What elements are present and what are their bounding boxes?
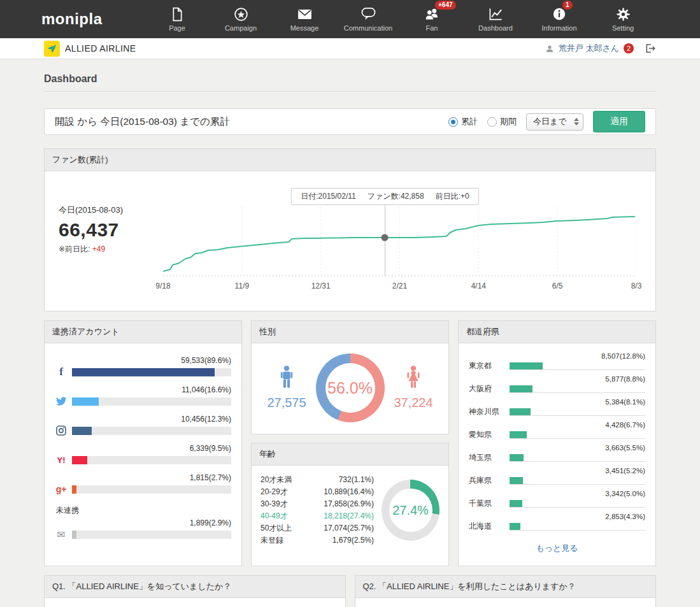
- account-row-instagram: 10,456(12.3%): [55, 415, 231, 436]
- radio-unselected-icon: [487, 117, 497, 127]
- main-nav: Page Campaign Message Communication: [145, 0, 655, 38]
- show-more-link[interactable]: もっと見る: [536, 543, 578, 553]
- nav-item-message[interactable]: Message: [273, 0, 336, 38]
- brand-logo[interactable]: monipla: [41, 10, 103, 28]
- fan-panel-title: ファン数(累計): [45, 149, 655, 171]
- linked-accounts-panel: 連携済アカウント 59,533(89.6%) f 11,046(16.6%): [44, 320, 242, 566]
- nav-item-information[interactable]: 1 Information: [527, 0, 591, 38]
- age-row: 20-29才10,889(16.4%): [261, 486, 374, 498]
- instagram-bar: [72, 427, 231, 435]
- prefecture-panel: 都道府県 8,507(12.8%) 東京都 5,877(8.8%) 大阪府 5,…: [458, 320, 656, 566]
- prefecture-row: 5,877(8.8%) 大阪府: [469, 375, 645, 394]
- information-count-badge: 1: [562, 1, 573, 10]
- gender-percent: 56.0%: [327, 379, 373, 397]
- prefecture-row: 8,507(12.8%) 東京都: [469, 352, 645, 371]
- yahoo-bar: [72, 456, 231, 464]
- nav-item-fan[interactable]: +647 Fan: [400, 0, 464, 38]
- nav-label: Setting: [612, 24, 634, 32]
- nav-label: Page: [169, 24, 185, 32]
- age-row: 未登録1,679(2.5%): [261, 534, 374, 546]
- prefecture-title: 都道府県: [459, 321, 655, 343]
- logout-button[interactable]: [645, 43, 656, 54]
- q2-title: Q2. 「ALLIED AIRLINE」を利用したことはありますか？: [355, 576, 656, 598]
- age-title: 年齢: [252, 443, 448, 466]
- fan-count-panel: ファン数(累計) 今日(2015-08-03) 66,437 ※前日比: +49…: [44, 148, 656, 311]
- fan-day-diff: ※前日比: +49: [59, 244, 163, 255]
- age-row-highlighted: 40-49才18,218(27.4%): [261, 510, 374, 522]
- age-donut: 27.4%: [382, 480, 439, 541]
- prefecture-row: 3,451(5.2%) 兵庫県: [469, 467, 645, 486]
- age-row: 20才未満732(1.1%): [261, 474, 374, 486]
- male-stat: 27,575: [264, 366, 309, 410]
- account-row-twitter: 11,046(16.6%): [55, 385, 231, 407]
- male-icon: [278, 380, 295, 391]
- radio-cumulative-label: 累計: [461, 116, 478, 127]
- female-icon: [404, 380, 423, 391]
- nav-item-campaign[interactable]: Campaign: [209, 0, 273, 38]
- filter-summary: 開設 から 今日(2015-08-03) までの累計: [55, 115, 230, 129]
- nav-item-setting[interactable]: Setting: [591, 0, 655, 38]
- googleplus-icon: g+: [55, 483, 68, 495]
- nav-label: Fan: [426, 24, 438, 32]
- user-name-link[interactable]: 荒井戸 太郎さん: [559, 43, 619, 54]
- yahoo-icon: Y!: [55, 454, 68, 466]
- setting-icon: [616, 6, 631, 22]
- account-row-facebook: 59,533(89.6%) f: [55, 356, 231, 378]
- page-icon: [171, 6, 183, 22]
- prefecture-row: 3,663(5.5%) 埼玉県: [469, 444, 645, 463]
- prefecture-row: 2,853(4.3%) 北海道: [469, 513, 645, 532]
- fan-chart-svg: [163, 204, 636, 278]
- nav-label: Information: [541, 24, 576, 32]
- male-count: 27,575: [264, 396, 309, 410]
- gender-title: 性別: [252, 321, 448, 343]
- date-range-select[interactable]: 今日まで: [526, 113, 583, 131]
- instagram-icon: [55, 425, 68, 436]
- nav-label: Message: [290, 24, 319, 32]
- unlinked-label: 未連携: [56, 505, 231, 516]
- page-title: Dashboard: [44, 59, 656, 92]
- female-count: 37,224: [391, 396, 436, 410]
- apply-button[interactable]: 適用: [593, 111, 645, 132]
- radio-period-label: 期間: [500, 116, 517, 127]
- age-percent: 27.4%: [392, 503, 429, 518]
- fan-count-badge: +647: [435, 1, 456, 10]
- q1-panel: Q1. 「ALLIED AIRLINE」を知っていましたか？ 知っていた33,7…: [44, 575, 346, 607]
- account-row-yahoo: 6,339(9.5%) Y!: [55, 444, 231, 466]
- top-nav: monipla Page Campaign Message: [0, 0, 700, 38]
- filter-bar: 開設 から 今日(2015-08-03) までの累計 累計 期間 今日まで 適用: [44, 108, 656, 135]
- nav-label: Communication: [344, 24, 392, 32]
- campaign-icon: [234, 6, 248, 22]
- q2-panel: Q2. 「ALLIED AIRLINE」を利用したことはありますか？ 利用したこ…: [355, 575, 657, 607]
- select-arrows-icon: [574, 118, 579, 125]
- gender-donut: 56.0%: [316, 353, 385, 422]
- age-table: 20才未満732(1.1%) 20-29才10,889(16.4%) 30-39…: [261, 474, 374, 546]
- nav-label: Dashboard: [478, 24, 513, 32]
- facebook-icon: f: [55, 366, 68, 378]
- account-name: ALLIED AIRLINE: [65, 43, 136, 54]
- twitter-icon: [55, 396, 68, 407]
- fan-line-chart[interactable]: 日付:2015/02/11ファン数:42,858前日比:+0: [163, 204, 636, 292]
- nav-label: Campaign: [225, 24, 257, 32]
- twitter-bar: [72, 397, 231, 406]
- radio-period[interactable]: 期間: [487, 116, 517, 127]
- mail-icon: ✉: [55, 529, 68, 540]
- nav-item-dashboard[interactable]: Dashboard: [464, 0, 527, 38]
- googleplus-bar: [72, 485, 231, 494]
- radio-selected-icon: [448, 117, 458, 127]
- message-icon: [297, 6, 312, 22]
- nav-item-page[interactable]: Page: [145, 0, 209, 38]
- radio-cumulative[interactable]: 累計: [448, 116, 478, 127]
- age-panel: 年齢 20才未満732(1.1%) 20-29才10,889(16.4%) 30…: [251, 443, 449, 566]
- account-row-googleplus: 1,815(2.7%) g+: [55, 473, 231, 495]
- nav-item-communication[interactable]: Communication: [336, 0, 400, 38]
- fan-stats: 今日(2015-08-03) 66,437 ※前日比: +49: [56, 204, 163, 292]
- communication-icon: [361, 6, 376, 22]
- female-stat: 37,224: [391, 366, 436, 410]
- chart-x-axis: 9/18 11/9 12/31 2/21 4/14 6/5 8/3: [163, 282, 636, 292]
- fan-total-value: 66,437: [59, 219, 163, 241]
- prefecture-row: 5,384(8.1%) 神奈川県: [469, 398, 645, 417]
- age-row: 50才以上17,074(25.7%): [261, 522, 374, 534]
- linked-accounts-title: 連携済アカウント: [45, 321, 241, 343]
- chart-marker-dot: [382, 234, 389, 241]
- airline-logo-icon: [44, 41, 60, 57]
